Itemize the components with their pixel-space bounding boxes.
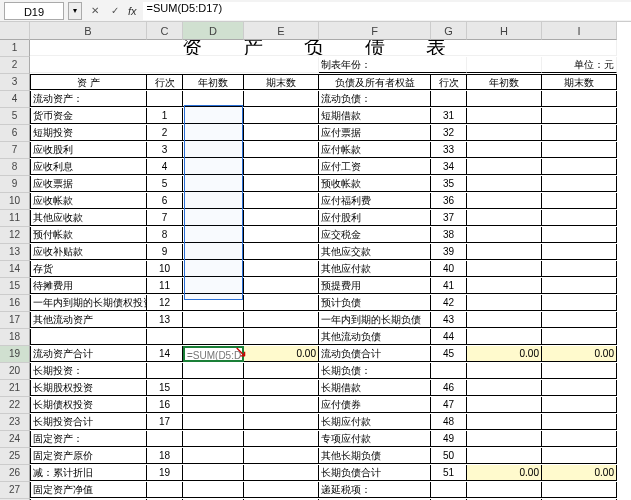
fx-icon[interactable]: fx (128, 5, 137, 17)
begin-value[interactable] (183, 448, 244, 464)
asset-name[interactable]: 短期投资 (30, 125, 147, 141)
begin-value[interactable] (467, 108, 542, 124)
liab-name[interactable]: 应付福利费 (319, 193, 431, 209)
begin-value[interactable] (467, 380, 542, 396)
end-value[interactable] (244, 380, 319, 396)
end-value[interactable] (244, 363, 319, 379)
row-seq[interactable] (147, 482, 183, 498)
begin-value[interactable] (467, 142, 542, 158)
begin-value[interactable] (467, 312, 542, 328)
liab-name[interactable]: 应付股利 (319, 210, 431, 226)
row-seq[interactable]: 33 (431, 142, 467, 158)
begin-value[interactable] (183, 431, 244, 447)
row-seq[interactable]: 18 (147, 448, 183, 464)
col-header[interactable]: E (244, 22, 319, 40)
begin-value[interactable] (467, 329, 542, 345)
row-header[interactable]: 18 (0, 329, 30, 346)
end-value[interactable] (542, 448, 617, 464)
begin-value[interactable] (467, 176, 542, 192)
row-header[interactable]: 16 (0, 295, 30, 312)
liab-name[interactable]: 预提费用 (319, 278, 431, 294)
row-seq[interactable]: 13 (147, 312, 183, 328)
table-header[interactable]: 负债及所有者权益 (319, 74, 431, 90)
row-seq[interactable]: 34 (431, 159, 467, 175)
row-seq[interactable]: 42 (431, 295, 467, 311)
begin-value[interactable] (467, 227, 542, 243)
cell[interactable] (30, 57, 319, 73)
row-header[interactable]: 19 (0, 346, 30, 363)
cell[interactable] (467, 57, 542, 73)
end-value[interactable] (244, 125, 319, 141)
row-seq[interactable]: 16 (147, 397, 183, 413)
end-value[interactable] (244, 465, 319, 481)
table-header[interactable]: 期末数 (542, 74, 617, 90)
begin-value[interactable] (183, 295, 244, 311)
row-header[interactable]: 10 (0, 193, 30, 210)
begin-value[interactable] (467, 193, 542, 209)
begin-value[interactable] (183, 312, 244, 328)
unit-label[interactable]: 单位：元 (542, 57, 617, 73)
begin-value[interactable] (183, 210, 244, 226)
begin-value[interactable] (467, 278, 542, 294)
row-seq[interactable]: 6 (147, 193, 183, 209)
row-seq[interactable]: 11 (147, 278, 183, 294)
begin-value[interactable] (467, 414, 542, 430)
end-value[interactable] (542, 312, 617, 328)
end-value[interactable] (244, 414, 319, 430)
row-seq[interactable]: 8 (147, 227, 183, 243)
begin-value[interactable] (467, 448, 542, 464)
begin-value[interactable] (183, 108, 244, 124)
row-seq[interactable]: 37 (431, 210, 467, 226)
sheet-title[interactable]: 资 产 负 债 表 (30, 40, 617, 56)
end-value[interactable] (244, 193, 319, 209)
asset-name[interactable]: 固定资产原价 (30, 448, 147, 464)
asset-name[interactable]: 待摊费用 (30, 278, 147, 294)
liab-name[interactable]: 长期负债： (319, 363, 431, 379)
asset-name[interactable]: 长期投资合计 (30, 414, 147, 430)
end-value[interactable] (244, 210, 319, 226)
liab-name[interactable]: 流动负债： (319, 91, 431, 107)
end-value[interactable] (542, 244, 617, 260)
asset-name[interactable]: 长期债权投资 (30, 397, 147, 413)
row-seq[interactable]: 39 (431, 244, 467, 260)
asset-name[interactable]: 流动资产： (30, 91, 147, 107)
col-header[interactable]: I (542, 22, 617, 40)
row-header[interactable]: 20 (0, 363, 30, 380)
end-value[interactable] (244, 329, 319, 345)
end-value[interactable] (244, 397, 319, 413)
end-value[interactable]: 0.00 (542, 346, 617, 362)
row-seq[interactable]: 40 (431, 261, 467, 277)
end-value[interactable] (244, 482, 319, 498)
col-header[interactable]: H (467, 22, 542, 40)
row-seq[interactable]: 14 (147, 346, 183, 362)
liab-name[interactable]: 其他应付款 (319, 261, 431, 277)
begin-value[interactable] (183, 125, 244, 141)
row-header[interactable]: 9 (0, 176, 30, 193)
liab-name[interactable]: 预计负债 (319, 295, 431, 311)
row-seq[interactable] (431, 91, 467, 107)
liab-name[interactable]: 长期负债合计 (319, 465, 431, 481)
row-header[interactable]: 22 (0, 397, 30, 414)
row-seq[interactable]: 32 (431, 125, 467, 141)
begin-value[interactable] (183, 91, 244, 107)
row-seq[interactable]: 7 (147, 210, 183, 226)
end-value[interactable] (542, 397, 617, 413)
row-header[interactable]: 27 (0, 482, 30, 499)
begin-value[interactable] (183, 380, 244, 396)
row-seq[interactable]: 10 (147, 261, 183, 277)
end-value[interactable] (244, 142, 319, 158)
asset-name[interactable] (30, 329, 147, 345)
period-label[interactable]: 制表年份： (319, 57, 467, 73)
liab-name[interactable]: 长期借款 (319, 380, 431, 396)
begin-value[interactable] (467, 91, 542, 107)
row-header[interactable]: 14 (0, 261, 30, 278)
name-box-dropdown[interactable]: ▾ (68, 2, 82, 20)
end-value[interactable] (244, 108, 319, 124)
end-value[interactable] (542, 108, 617, 124)
row-seq[interactable]: 31 (431, 108, 467, 124)
row-seq[interactable]: 4 (147, 159, 183, 175)
asset-name[interactable]: 存货 (30, 261, 147, 277)
asset-name[interactable]: 应收帐款 (30, 193, 147, 209)
row-seq[interactable]: 51 (431, 465, 467, 481)
begin-value[interactable] (183, 465, 244, 481)
